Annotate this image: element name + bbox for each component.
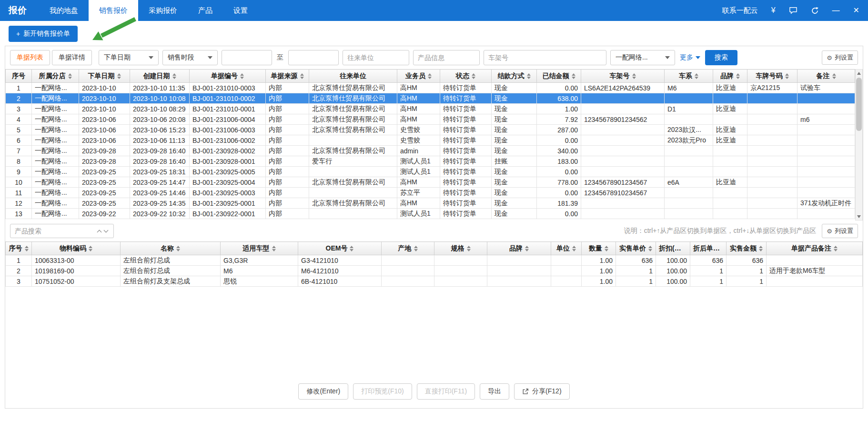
scrollbar-thumb[interactable] (856, 78, 862, 131)
column-header[interactable]: 所属分店 (32, 70, 79, 83)
sort-icon (300, 73, 304, 79)
sort-icon (648, 246, 652, 251)
tab-order-detail[interactable]: 单据详情 (52, 50, 92, 65)
products-column-settings-button[interactable]: ⚙ 列设置 (822, 224, 858, 238)
nav-item-sales-quote[interactable]: 销售报价 (89, 0, 138, 21)
column-header[interactable]: 数量 (582, 242, 616, 255)
column-header[interactable]: 单据来源 (266, 70, 309, 83)
contact-link[interactable]: 联系一配云 (722, 6, 758, 15)
column-header[interactable]: 品牌 (713, 70, 747, 83)
column-header[interactable]: 折后单价 (690, 242, 727, 255)
column-header[interactable]: 结款方式 (492, 70, 537, 83)
table-row[interactable]: 12一配网络...2023-09-252023-09-25 14:35BJ-00… (6, 198, 855, 209)
date-to-input[interactable] (288, 50, 339, 65)
column-header[interactable]: 车系 (665, 70, 713, 83)
period-select[interactable]: 销售时段 (162, 50, 218, 65)
minimize-icon[interactable]: — (832, 7, 840, 14)
export-button[interactable]: 导出 (480, 383, 509, 400)
table-cell: BJ-001-231006-0002 (190, 135, 266, 146)
table-cell: 待转订货单 (440, 104, 492, 114)
nav-item-purchase-quote[interactable]: 采购报价 (138, 0, 188, 21)
column-header[interactable]: 单据产品备注 (767, 242, 863, 255)
column-header[interactable]: 物料编码 (32, 242, 121, 255)
table-cell: 内部 (266, 156, 309, 167)
brand-logo[interactable]: 报价 (9, 4, 27, 17)
table-cell (309, 167, 397, 177)
table-cell: 2023-09-28 (79, 156, 130, 167)
column-header[interactable]: 已结金额 (537, 70, 581, 83)
column-header[interactable]: 业务员 (397, 70, 440, 83)
table-row[interactable]: 2一配网络...2023-10-102023-10-10 10:08BJ-001… (6, 93, 855, 104)
column-header[interactable]: 规格 (434, 242, 487, 255)
refresh-icon[interactable] (811, 7, 819, 15)
table-cell: 2023-10-10 (79, 83, 130, 93)
column-header[interactable]: 车架号 (581, 70, 665, 83)
orders-column-settings-button[interactable]: ⚙ 列设置 (822, 50, 858, 65)
column-header[interactable]: 状态 (440, 70, 492, 83)
table-cell (665, 167, 713, 177)
table-cell: BJ-001-230922-0001 (190, 209, 266, 219)
table-row[interactable]: 5一配网络...2023-10-062023-10-06 15:23BJ-001… (6, 125, 855, 135)
product-search-input[interactable] (10, 227, 96, 235)
table-cell: 现金 (492, 114, 537, 125)
date-from-input[interactable] (222, 50, 272, 65)
table-row[interactable]: 10一配网络...2023-09-252023-09-25 14:47BJ-00… (6, 177, 855, 188)
table-cell (581, 167, 665, 177)
column-header[interactable]: 适用车型 (221, 242, 298, 255)
table-row[interactable]: 4一配网络...2023-10-062023-10-06 20:08BJ-001… (6, 114, 855, 125)
column-header[interactable]: 品牌 (487, 242, 551, 255)
more-filters-link[interactable]: 更多 (680, 53, 700, 62)
table-row[interactable]: 210198169-00左组合前灯总成M6M6-41210101.001100.… (6, 266, 863, 276)
close-icon[interactable]: ✕ (853, 7, 859, 14)
column-header[interactable]: 下单日期 (79, 70, 130, 83)
nav-item-my-area[interactable]: 我的地盘 (39, 0, 89, 21)
table-row[interactable]: 9一配网络...2023-09-252023-09-25 18:31BJ-001… (6, 167, 855, 177)
table-row[interactable]: 3一配网络...2023-10-102023-10-10 08:29BJ-001… (6, 104, 855, 114)
tab-order-list[interactable]: 单据列表 (10, 50, 50, 65)
chevron-down-icon[interactable] (103, 229, 110, 233)
table-cell: 636 (727, 255, 767, 266)
customer-input[interactable] (343, 50, 409, 65)
product-info-input[interactable] (413, 50, 480, 65)
column-header[interactable]: 名称 (121, 242, 221, 255)
scroll-down-button[interactable] (856, 213, 862, 220)
search-button[interactable]: 搜索 (705, 50, 737, 65)
date-type-select[interactable]: 下单日期 (99, 50, 159, 65)
column-header[interactable]: 单位 (551, 242, 582, 255)
table-row[interactable]: 13一配网络...2023-09-222023-09-22 10:32BJ-00… (6, 209, 855, 219)
table-row[interactable]: 1一配网络...2023-10-102023-10-10 11:35BJ-001… (6, 83, 855, 93)
table-row[interactable]: 11一配网络...2023-09-252023-09-25 14:46BJ-00… (6, 188, 855, 198)
column-header[interactable]: OEM号 (298, 242, 382, 255)
chevron-up-icon[interactable] (96, 228, 102, 234)
column-header[interactable]: 实售金额 (727, 242, 767, 255)
share-button[interactable]: 分享(F12) (514, 383, 569, 400)
column-header[interactable]: 单据编号 (190, 70, 266, 83)
table-row[interactable]: 110063313-00左组合前灯总成G3,G3RG3-41210101.006… (6, 255, 863, 266)
vin-input[interactable] (484, 50, 606, 65)
table-cell: 10751052-00 (32, 276, 121, 287)
orders-scrollbar[interactable] (855, 69, 863, 221)
column-header[interactable]: 序号 (6, 242, 32, 255)
nav-item-products[interactable]: 产品 (188, 0, 223, 21)
table-row[interactable]: 7一配网络...2023-09-282023-09-28 16:40BJ-001… (6, 146, 855, 156)
table-row[interactable]: 6一配网络...2023-10-062023-10-06 11:13BJ-001… (6, 135, 855, 146)
column-header[interactable]: 折扣(%) (656, 242, 690, 255)
modify-button[interactable]: 修改(Enter) (298, 383, 348, 400)
column-header[interactable]: 备注 (797, 70, 855, 83)
table-cell (797, 188, 855, 198)
table-row[interactable]: 8一配网络...2023-09-282023-09-28 16:40BJ-001… (6, 156, 855, 167)
scroll-up-button[interactable] (856, 70, 862, 77)
table-cell: 内部 (266, 104, 309, 114)
column-header[interactable]: 实售单价 (616, 242, 656, 255)
branch-select[interactable]: 一配网络... (610, 50, 675, 65)
new-sales-quote-button[interactable]: + 新开销售报价单 (9, 26, 78, 42)
top-nav: 我的地盘 销售报价 采购报价 产品 设置 (39, 0, 258, 21)
column-header[interactable]: 创建日期 (130, 70, 190, 83)
yen-icon[interactable]: ¥ (771, 7, 776, 14)
nav-item-settings[interactable]: 设置 (223, 0, 258, 21)
column-header[interactable]: 产地 (382, 242, 434, 255)
chat-icon[interactable] (789, 7, 797, 14)
column-header[interactable]: 车牌号码 (747, 70, 797, 83)
table-cell: 京A21215 (747, 83, 797, 93)
table-row[interactable]: 310751052-00左组合前灯及支架总成思锐6B-41210101.0011… (6, 276, 863, 287)
